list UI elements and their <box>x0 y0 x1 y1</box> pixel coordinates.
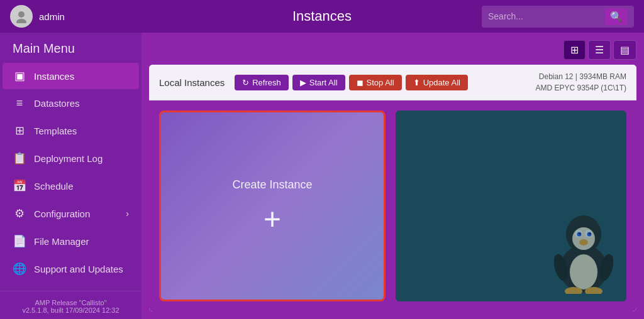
deployment-log-icon: 📋 <box>13 151 26 165</box>
datastores-icon: ≡ <box>13 97 26 110</box>
sidebar-item-label: Datastores <box>34 98 80 109</box>
view-toggles: ⊞ ☰ ▤ <box>149 40 636 60</box>
sidebar-menu-label: Main Menu <box>0 33 142 62</box>
header: admin Instances 🔍 <box>0 0 644 33</box>
instances-icon: ▣ <box>13 69 26 83</box>
footer-line2: v2.5.1.8, built 17/09/2024 12:32 <box>10 306 131 314</box>
sidebar-item-file-manager[interactable]: 📄 File Manager <box>3 228 139 254</box>
sidebar-item-templates[interactable]: ⊞ Templates <box>3 117 139 144</box>
tux-mascot <box>546 206 621 296</box>
sidebar-item-deployment-log[interactable]: 📋 Deployment Log <box>3 145 139 171</box>
stop-all-button[interactable]: ◼ Stop All <box>349 75 402 90</box>
search-input[interactable] <box>488 11 601 21</box>
avatar[interactable] <box>10 5 33 28</box>
chevron-right-icon: › <box>126 208 129 219</box>
page-title: Instances <box>292 8 352 24</box>
list-view-button[interactable]: ☰ <box>588 40 611 60</box>
sidebar-item-label: Schedule <box>34 181 74 192</box>
sidebar: Main Menu ▣ Instances ≡ Datastores ⊞ Tem… <box>0 33 142 319</box>
instances-info: Debian 12 | 3934MB RAM AMD EPYC 9354P (1… <box>536 71 627 94</box>
sidebar-item-label: Instances <box>34 71 74 82</box>
detail-view-button[interactable]: ▤ <box>613 40 636 60</box>
sidebar-item-datastores[interactable]: ≡ Datastores <box>3 90 139 116</box>
instances-panel: Local Instances ↻ Refresh ▶ Start All ◼ … <box>149 65 636 311</box>
sidebar-footer: AMP Release "Callisto" v2.5.1.8, built 1… <box>0 291 142 319</box>
refresh-icon: ↻ <box>242 78 249 87</box>
sidebar-item-label: Configuration <box>34 208 90 219</box>
svg-point-12 <box>579 239 588 246</box>
sidebar-item-configuration[interactable]: ⚙ Configuration › <box>3 200 139 227</box>
schedule-icon: 📅 <box>13 179 26 193</box>
update-all-button[interactable]: ⬆ Update All <box>406 75 468 90</box>
sidebar-item-label: File Manager <box>34 236 89 247</box>
sidebar-item-label: Deployment Log <box>34 153 103 164</box>
search-button[interactable]: 🔍 <box>605 8 628 25</box>
instances-info-line1: Debian 12 | 3934MB RAM <box>536 71 627 82</box>
footer-line1: AMP Release "Callisto" <box>10 299 131 306</box>
sidebar-item-support-updates[interactable]: 🌐 Support and Updates <box>3 256 139 282</box>
refresh-button[interactable]: ↻ Refresh <box>235 75 289 90</box>
grid-view-button[interactable]: ⊞ <box>564 40 586 60</box>
instances-header: Local Instances ↻ Refresh ▶ Start All ◼ … <box>149 65 636 100</box>
configuration-icon: ⚙ <box>13 207 26 220</box>
update-icon: ⬆ <box>413 78 420 87</box>
sidebar-item-instances[interactable]: ▣ Instances <box>3 63 139 89</box>
svg-point-1 <box>16 19 26 23</box>
templates-icon: ⊞ <box>13 124 26 138</box>
create-instance-label: Create Instance <box>232 178 312 192</box>
create-instance-card[interactable]: Create Instance + <box>159 111 386 301</box>
main-content: ⊞ ☰ ▤ Local Instances ↻ Refresh ▶ Start … <box>142 33 644 319</box>
instances-body: Create Instance + <box>149 100 636 311</box>
plus-icon: + <box>264 204 281 234</box>
instances-info-line2: AMD EPYC 9354P (1C\1T) <box>536 82 627 94</box>
support-icon: 🌐 <box>13 262 26 276</box>
sidebar-item-label: Support and Updates <box>34 264 123 274</box>
file-manager-icon: 📄 <box>13 234 26 248</box>
sidebar-item-schedule[interactable]: 📅 Schedule <box>3 173 139 199</box>
svg-point-11 <box>589 233 591 235</box>
svg-point-5 <box>572 227 595 250</box>
start-icon: ▶ <box>300 78 306 87</box>
svg-point-0 <box>18 11 25 18</box>
search-bar: 🔍 <box>482 6 634 28</box>
username-label: admin <box>39 11 65 22</box>
instances-panel-title: Local Instances <box>159 77 225 88</box>
instances-right-panel <box>396 111 626 301</box>
start-all-button[interactable]: ▶ Start All <box>292 75 345 90</box>
svg-point-10 <box>579 233 581 235</box>
stop-icon: ◼ <box>357 78 364 87</box>
sidebar-item-label: Templates <box>34 126 77 136</box>
svg-point-3 <box>570 254 597 289</box>
body: Main Menu ▣ Instances ≡ Datastores ⊞ Tem… <box>0 33 644 319</box>
